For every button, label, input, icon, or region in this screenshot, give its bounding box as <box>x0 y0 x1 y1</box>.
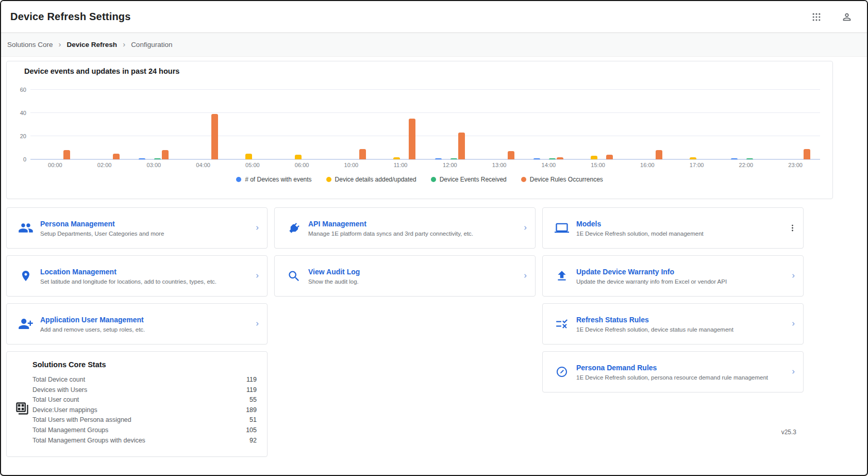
stat-row-total-management-groups-with-devices: Total Management Groups with devices92 <box>32 436 257 446</box>
bar-group-22:00 <box>722 90 771 159</box>
rule-icon <box>554 317 570 331</box>
card-location-management[interactable]: Location ManagementSet latitude and long… <box>6 255 268 297</box>
card-refresh-status-rules[interactable]: Refresh Status Rules1E Device Refresh so… <box>542 303 804 344</box>
app-header: Device Refresh Settings <box>1 1 867 33</box>
chart-card: Device events and updates in past 24 hou… <box>6 61 833 199</box>
legend-label: Device details added/updated <box>335 176 416 183</box>
bar-group-11:00 <box>376 90 425 159</box>
card-text: View Audit LogShow the audit log. <box>308 268 360 285</box>
location-pin-icon <box>18 270 34 282</box>
chevron-right-icon <box>254 272 262 280</box>
chevron-right-icon <box>790 272 798 280</box>
card-models[interactable]: Models1E Device Refresh solution, model … <box>542 207 804 249</box>
bar-device-details-added-updated-11:00 <box>393 157 400 160</box>
card-title: Application User Management <box>40 316 145 324</box>
bar-device-rules-occurrences-13:00 <box>508 151 514 159</box>
user-account-icon <box>841 11 853 23</box>
cards-column-3: Models1E Device Refresh solution, model … <box>542 207 804 392</box>
plug-icon <box>286 221 302 235</box>
chevron-right-icon <box>790 320 798 328</box>
breadcrumb: Solutions Core›Device Refresh›Configurat… <box>1 33 867 57</box>
bar-device-rules-occurrences-00:00 <box>63 150 70 159</box>
stat-value: 105 <box>246 425 257 436</box>
card-description: 1E Device Refresh solution, persona reso… <box>576 374 768 381</box>
cards-grid: Persona ManagementSetup Departments, Use… <box>6 207 862 457</box>
solutions-core-stats-panel: Solutions Core StatsTotal Device count11… <box>6 351 268 457</box>
card-text: Update Device Warranty InfoUpdate the de… <box>576 268 727 285</box>
x-axis-tick-label: 22:00 <box>722 162 771 168</box>
y-axis-tick-label: 60 <box>13 87 26 93</box>
card-application-user-management[interactable]: Application User ManagementAdd and remov… <box>6 303 268 344</box>
legend-dot-icon <box>431 177 436 182</box>
bar-group-12:00 <box>425 90 475 159</box>
bar-device-rules-occurrences-14:00 <box>557 157 563 160</box>
edit-circle-icon <box>556 366 568 378</box>
stat-label: Device:User mappings <box>32 405 97 416</box>
x-axis-tick-label: 03:00 <box>129 162 179 168</box>
bar-device-rules-occurrences-10:00 <box>359 149 366 159</box>
legend-item-of-devices-with-events: # of Devices with events <box>236 176 311 183</box>
card-view-audit-log[interactable]: View Audit LogShow the audit log. <box>274 255 536 297</box>
chevron-right-icon <box>522 272 530 280</box>
laptop-icon <box>554 221 570 235</box>
bar-device-events-received-22:00 <box>746 158 753 159</box>
kebab-menu-icon[interactable] <box>786 222 799 235</box>
card-text: Refresh Status Rules1E Device Refresh so… <box>576 316 733 333</box>
bar-device-rules-occurrences-16:00 <box>656 150 662 159</box>
bar-of-devices-with-events-03:00 <box>139 158 145 159</box>
x-axis-tick-label: 06:00 <box>277 162 327 168</box>
user-account-icon[interactable] <box>839 9 855 25</box>
stat-row-device-user-mappings: Device:User mappings189 <box>32 405 257 416</box>
bar-group-13:00 <box>475 90 524 159</box>
x-axis-tick-label: 10:00 <box>327 162 376 168</box>
legend-label: Device Rules Occurrences <box>530 176 603 183</box>
breadcrumb-item-solutions-core[interactable]: Solutions Core <box>7 41 53 48</box>
chevron-right-icon <box>790 272 798 280</box>
stat-value: 119 <box>246 375 257 385</box>
edit-circle-icon <box>554 366 570 378</box>
card-text: Persona Demand Rules1E Device Refresh so… <box>576 364 768 381</box>
bar-device-rules-occurrences-23:00 <box>804 149 810 159</box>
version-label: v25.3 <box>781 429 796 436</box>
app-window: Device Refresh Settings Solutions Core›D… <box>0 0 868 476</box>
bar-group-23:00 <box>771 90 820 159</box>
stat-row-total-user-count: Total User count55 <box>32 395 257 405</box>
bar-group-14:00 <box>524 90 574 159</box>
bar-group-16:00 <box>623 90 672 159</box>
chart-bars <box>30 90 820 159</box>
breadcrumb-item-device-refresh[interactable]: Device Refresh <box>67 41 118 48</box>
header-icons <box>809 9 855 25</box>
x-axis-tick-label: 15:00 <box>573 162 623 168</box>
card-title: Update Device Warranty Info <box>576 268 727 276</box>
card-persona-management[interactable]: Persona ManagementSetup Departments, Use… <box>6 207 268 249</box>
person-add-icon <box>18 316 34 332</box>
bar-of-devices-with-events-12:00 <box>435 158 442 159</box>
bar-group-02:00 <box>80 90 129 159</box>
legend-item-device-details-added-updated: Device details added/updated <box>326 176 416 183</box>
card-description: 1E Device Refresh solution, model manage… <box>576 231 704 237</box>
stat-label: Total User count <box>32 395 79 405</box>
location-pin-icon <box>20 270 32 282</box>
legend-item-device-events-received: Device Events Received <box>431 176 507 183</box>
chart-legend: # of Devices with eventsDevice details a… <box>13 176 826 183</box>
person-add-icon <box>18 316 34 332</box>
bar-device-details-added-updated-15:00 <box>591 156 597 159</box>
chart-x-axis: 00:0002:0003:0004:0005:0006:0010:0011:00… <box>30 162 820 168</box>
chevron-right-icon <box>254 224 262 232</box>
card-persona-demand-rules[interactable]: Persona Demand Rules1E Device Refresh so… <box>542 351 804 392</box>
chevron-right-icon <box>254 320 262 328</box>
card-api-management[interactable]: API ManagementManage 1E platform data sy… <box>274 207 536 249</box>
card-description: Show the audit log. <box>308 278 360 285</box>
bar-device-details-added-updated-06:00 <box>295 155 302 159</box>
card-update-device-warranty-info[interactable]: Update Device Warranty InfoUpdate the de… <box>542 255 804 297</box>
apps-grid-icon[interactable] <box>809 10 824 24</box>
card-description: 1E Device Refresh solution, device statu… <box>576 326 733 333</box>
legend-item-device-rules-occurrences: Device Rules Occurrences <box>521 176 603 183</box>
stat-label: Total Management Groups with devices <box>32 436 145 446</box>
plug-icon <box>284 218 304 238</box>
stat-value: 189 <box>246 405 257 416</box>
card-title: View Audit Log <box>308 268 360 276</box>
card-text: Application User ManagementAdd and remov… <box>40 316 145 333</box>
legend-label: Device Events Received <box>440 176 507 183</box>
bar-group-05:00 <box>228 90 277 159</box>
